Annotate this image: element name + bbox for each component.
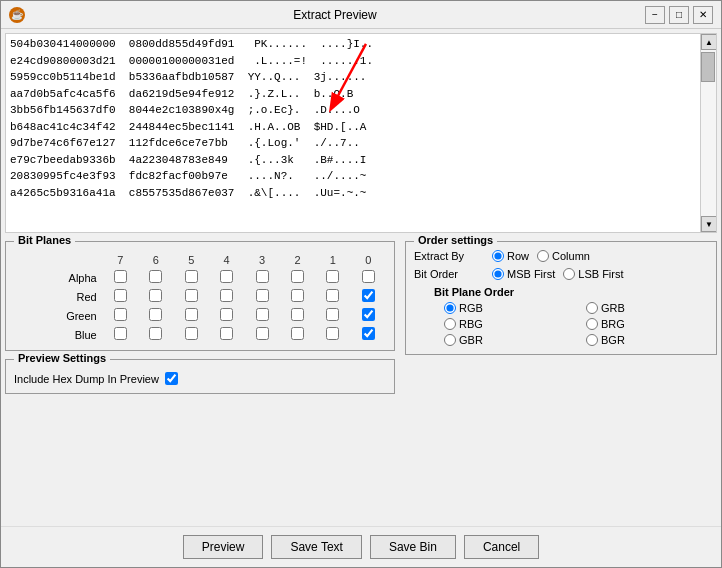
green-bit-2[interactable]: [291, 308, 304, 321]
bgr-radio[interactable]: [586, 334, 598, 346]
bit-planes-group: Bit Planes 7 6 5 4 3 2 1 0: [5, 241, 395, 351]
brg-label: BRG: [601, 318, 625, 330]
bgr-label: BGR: [601, 334, 625, 346]
alpha-bit-7[interactable]: [114, 270, 127, 283]
brg-radio[interactable]: [586, 318, 598, 330]
preview-settings-title: Preview Settings: [14, 352, 110, 364]
hex-dump-checkbox[interactable]: [165, 372, 178, 385]
red-bit-3[interactable]: [256, 289, 269, 302]
cancel-button[interactable]: Cancel: [464, 535, 539, 559]
bit-col-6: 6: [138, 252, 173, 268]
preview-area: 504b030414000000 0800dd855d49fd91 PK....…: [5, 33, 717, 233]
preview-scrollbar[interactable]: ▲ ▼: [700, 34, 716, 232]
blue-bit-6[interactable]: [149, 327, 162, 340]
bit-plane-order-section: Bit Plane Order RGB GRB RBG: [414, 286, 708, 346]
rgb-label: RGB: [459, 302, 483, 314]
blue-bit-7[interactable]: [114, 327, 127, 340]
green-bit-4[interactable]: [220, 308, 233, 321]
red-bit-0[interactable]: [362, 289, 375, 302]
msb-first-radio[interactable]: MSB First: [492, 268, 555, 280]
alpha-bit-5[interactable]: [185, 270, 198, 283]
title-bar: ☕ Extract Preview − □ ✕: [1, 1, 721, 29]
green-bit-7[interactable]: [114, 308, 127, 321]
msb-radio[interactable]: [492, 268, 504, 280]
red-label: Red: [14, 287, 103, 306]
extract-column-radio[interactable]: Column: [537, 250, 590, 262]
grb-label: GRB: [601, 302, 625, 314]
title-bar-controls: − □ ✕: [645, 6, 713, 24]
main-window: ☕ Extract Preview − □ ✕ 504b030414000000…: [0, 0, 722, 568]
preview-text-content: 504b030414000000 0800dd855d49fd91 PK....…: [6, 34, 700, 232]
bit-col-4: 4: [209, 252, 244, 268]
blue-bit-0[interactable]: [362, 327, 375, 340]
rbg-radio[interactable]: [444, 318, 456, 330]
bit-col-1: 1: [315, 252, 350, 268]
extract-row-radio[interactable]: Row: [492, 250, 529, 262]
blue-bit-5[interactable]: [185, 327, 198, 340]
bit-planes-table: 7 6 5 4 3 2 1 0 Alpha: [14, 252, 386, 344]
scroll-up-button[interactable]: ▲: [701, 34, 717, 50]
minimize-button[interactable]: −: [645, 6, 665, 24]
bit-planes-title: Bit Planes: [14, 234, 75, 246]
extract-by-label: Extract By: [414, 250, 484, 262]
green-bit-1[interactable]: [326, 308, 339, 321]
alpha-row: Alpha: [14, 268, 386, 287]
blue-bit-4[interactable]: [220, 327, 233, 340]
alpha-bit-1[interactable]: [326, 270, 339, 283]
alpha-bit-0[interactable]: [362, 270, 375, 283]
extract-by-row: Extract By Row Column: [414, 250, 708, 262]
red-bit-6[interactable]: [149, 289, 162, 302]
window-title: Extract Preview: [25, 8, 645, 22]
lsb-first-radio[interactable]: LSB First: [563, 268, 623, 280]
bpo-bgr-radio[interactable]: BGR: [586, 334, 708, 346]
blue-label: Blue: [14, 325, 103, 344]
save-text-button[interactable]: Save Text: [271, 535, 361, 559]
green-bit-0[interactable]: [362, 308, 375, 321]
red-row: Red: [14, 287, 386, 306]
preview-button[interactable]: Preview: [183, 535, 264, 559]
order-settings-group: Order settings Extract By Row Column Bi: [405, 241, 717, 355]
bpo-gbr-radio[interactable]: GBR: [444, 334, 566, 346]
blue-bit-1[interactable]: [326, 327, 339, 340]
gbr-label: GBR: [459, 334, 483, 346]
title-bar-left: ☕: [9, 7, 25, 23]
gbr-radio[interactable]: [444, 334, 456, 346]
alpha-bit-2[interactable]: [291, 270, 304, 283]
scroll-down-button[interactable]: ▼: [701, 216, 717, 232]
blue-bit-3[interactable]: [256, 327, 269, 340]
red-bit-1[interactable]: [326, 289, 339, 302]
red-bit-2[interactable]: [291, 289, 304, 302]
blue-bit-2[interactable]: [291, 327, 304, 340]
green-bit-3[interactable]: [256, 308, 269, 321]
column-radio[interactable]: [537, 250, 549, 262]
right-panel: Order settings Extract By Row Column Bi: [395, 241, 717, 522]
red-bit-5[interactable]: [185, 289, 198, 302]
alpha-bit-4[interactable]: [220, 270, 233, 283]
grb-radio[interactable]: [586, 302, 598, 314]
bpo-rgb-radio[interactable]: RGB: [444, 302, 566, 314]
alpha-bit-6[interactable]: [149, 270, 162, 283]
save-bin-button[interactable]: Save Bin: [370, 535, 456, 559]
bit-col-3: 3: [244, 252, 279, 268]
green-bit-5[interactable]: [185, 308, 198, 321]
red-bit-7[interactable]: [114, 289, 127, 302]
red-bit-4[interactable]: [220, 289, 233, 302]
alpha-label: Alpha: [14, 268, 103, 287]
rbg-label: RBG: [459, 318, 483, 330]
bpo-grb-radio[interactable]: GRB: [586, 302, 708, 314]
order-settings-title: Order settings: [414, 234, 497, 246]
bit-col-7: 7: [103, 252, 138, 268]
bit-order-row: Bit Order MSB First LSB First: [414, 268, 708, 280]
rgb-radio[interactable]: [444, 302, 456, 314]
row-radio[interactable]: [492, 250, 504, 262]
alpha-bit-3[interactable]: [256, 270, 269, 283]
bpo-brg-radio[interactable]: BRG: [586, 318, 708, 330]
close-button[interactable]: ✕: [693, 6, 713, 24]
scroll-thumb[interactable]: [701, 52, 715, 82]
lsb-radio[interactable]: [563, 268, 575, 280]
row-radio-label: Row: [507, 250, 529, 262]
maximize-button[interactable]: □: [669, 6, 689, 24]
green-bit-6[interactable]: [149, 308, 162, 321]
bit-col-0: 0: [351, 252, 386, 268]
bpo-rbg-radio[interactable]: RBG: [444, 318, 566, 330]
